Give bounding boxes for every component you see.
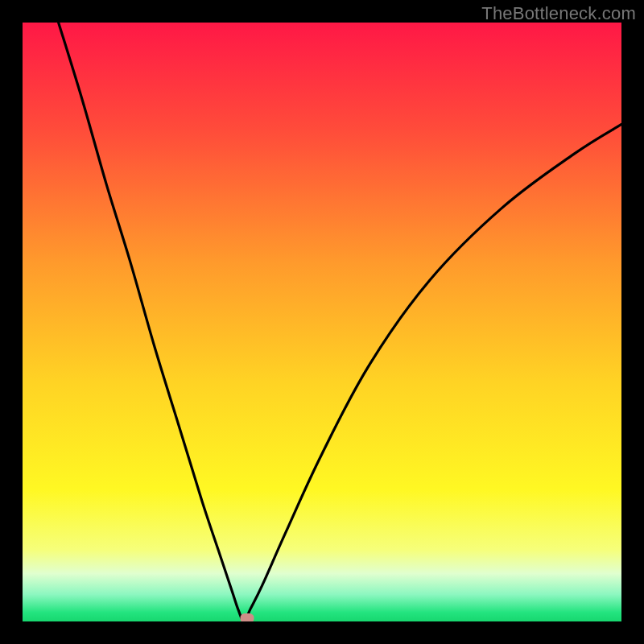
optimum-marker xyxy=(241,613,254,621)
watermark-text: TheBottleneck.com xyxy=(481,3,636,24)
plot-area xyxy=(23,23,621,621)
bottleneck-curve xyxy=(23,23,621,621)
chart-frame: TheBottleneck.com xyxy=(0,0,644,644)
